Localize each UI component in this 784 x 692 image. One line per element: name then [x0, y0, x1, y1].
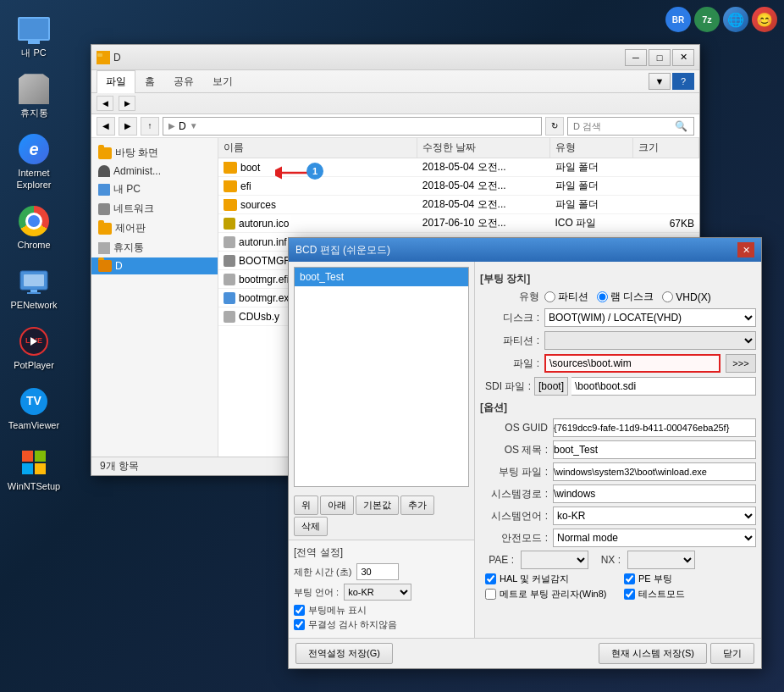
os-guid-input[interactable]: [553, 418, 756, 437]
boot-lang-row: 부팅 언어 : ko-KR: [294, 584, 469, 601]
sidebar-item-d[interactable]: D: [91, 257, 218, 274]
boot-lang-select[interactable]: ko-KR: [344, 584, 411, 601]
disk-label: 디스크 :: [480, 311, 539, 325]
sidebar-item-desktop[interactable]: 바탕 화면: [91, 143, 218, 163]
btn-delete[interactable]: 삭제: [294, 517, 328, 536]
tray-face-icon[interactable]: 😊: [752, 7, 777, 32]
file-list-header: 이름 수정한 날짜 유형 크기: [218, 138, 699, 158]
save-global-button[interactable]: 전역설정 저장(G): [295, 643, 393, 664]
sys-path-input[interactable]: [553, 484, 756, 503]
tray-br-icon[interactable]: BR: [665, 7, 691, 32]
pae-select[interactable]: [521, 551, 588, 569]
timeout-input[interactable]: [356, 563, 399, 580]
search-input[interactable]: [573, 121, 675, 131]
safe-mode-label: 안전모드 :: [480, 531, 548, 545]
ribbon-tab-view[interactable]: 보기: [203, 70, 242, 92]
nav-forward-button[interactable]: ▶: [119, 117, 137, 136]
safe-mode-select[interactable]: Normal mode: [553, 529, 756, 547]
radio-ramdisk-input[interactable]: [597, 291, 608, 302]
file-row-autorun-ico[interactable]: autorun.ico 2017-06-10 오전... ICO 파일 67KB: [218, 214, 699, 233]
dialog-close-btn[interactable]: 닫기: [710, 643, 754, 664]
ribbon-tab-file[interactable]: 파일: [97, 70, 135, 93]
dialog-close-button[interactable]: ✕: [737, 242, 754, 257]
nav-up-button[interactable]: ↑: [141, 117, 159, 136]
sidebar-item-network[interactable]: 네트워크: [91, 199, 218, 219]
save-system-button[interactable]: 현재 시스템 저장(S): [599, 643, 707, 664]
radio-ramdisk[interactable]: 램 디스크: [597, 290, 654, 304]
metro-checkbox[interactable]: [485, 589, 496, 600]
desktop-icon-potplayer[interactable]: LIVE PotPlayer: [4, 321, 63, 374]
partition-select[interactable]: [544, 331, 756, 350]
ribbon-tab-share[interactable]: 공유: [164, 70, 203, 92]
radio-vhd-input[interactable]: [662, 291, 673, 302]
disk-select[interactable]: BOOT(WIM) / LOCATE(VHD): [544, 308, 756, 327]
file-browse-button[interactable]: >>>: [726, 354, 756, 373]
ribbon: 파일 홈 공유 보기 ▼ ? ◀ ▶: [91, 70, 699, 114]
sdi-input[interactable]: [571, 377, 756, 396]
ribbon-help-button[interactable]: ?: [672, 73, 694, 90]
sidebar-item-admin[interactable]: Administ...: [91, 163, 218, 180]
file-row-sources[interactable]: sources 2018-05-04 오전... 파일 폴더: [218, 196, 699, 214]
file-input[interactable]: [544, 354, 721, 373]
person-icon: [98, 165, 110, 177]
sidebar-item-recycle[interactable]: 휴지통: [91, 238, 218, 257]
testmode-checkbox[interactable]: [624, 589, 635, 600]
btn-add[interactable]: 추가: [400, 495, 434, 515]
global-section-title: [전역 설정]: [294, 545, 469, 560]
svg-rect-12: [35, 463, 46, 474]
tray-7z-icon[interactable]: 7z: [694, 7, 720, 32]
ribbon-tab-home[interactable]: 홈: [135, 70, 164, 92]
integrity-check[interactable]: [294, 619, 305, 630]
col-header-date[interactable]: 수정한 날짜: [417, 138, 550, 158]
sidebar-item-control-panel[interactable]: 제어판: [91, 219, 218, 238]
sidebar-item-mypc[interactable]: 내 PC: [91, 180, 218, 199]
nx-select[interactable]: [627, 551, 695, 569]
os-title-input[interactable]: [553, 440, 756, 459]
desktop-icon-chrome[interactable]: Chrome: [4, 201, 63, 254]
col-header-type[interactable]: 유형: [550, 138, 633, 158]
minimize-button[interactable]: ─: [625, 49, 647, 66]
search-box[interactable]: 🔍: [567, 117, 694, 136]
desktop-icon-my-pc[interactable]: 내 PC: [4, 8, 63, 62]
folder-icon-cp: [98, 223, 112, 235]
desktop-icon-ie[interactable]: e Internet Explorer: [4, 129, 63, 193]
refresh-button[interactable]: ↻: [545, 117, 564, 136]
nav-back-button[interactable]: ◀: [97, 117, 115, 136]
radio-vhd[interactable]: VHD(X): [662, 291, 710, 303]
desktop-icon-winntsetup[interactable]: WinNTSetup: [4, 442, 63, 495]
desktop-icon-teamviewer[interactable]: TV TeamViewer: [4, 381, 63, 435]
boot-file-input[interactable]: [553, 462, 756, 481]
metro-check-item: 메트로 부팅 관리자(Win8): [485, 588, 617, 601]
ribbon-toggle-button[interactable]: ▼: [649, 73, 671, 90]
os-guid-row: OS GUID: [480, 418, 756, 437]
boot-entry-item[interactable]: boot_Test: [295, 268, 468, 286]
sidebar: 바탕 화면 Administ... 내 PC 네트워크 제어판 휴지통: [91, 138, 218, 457]
address-field[interactable]: ▶ D ▼: [163, 117, 542, 136]
boot-menu-check[interactable]: [294, 605, 305, 616]
btn-default[interactable]: 기본값: [356, 495, 399, 515]
desktop-icon-penet[interactable]: PENetwork: [4, 261, 63, 314]
address-bar: ◀ ▶ ↑ ▶ D ▼ ↻ 🔍: [91, 114, 699, 138]
title-folder-icon: [97, 51, 110, 64]
file-row-boot[interactable]: boot 2018-05-04 오전... 파일 폴더: [218, 158, 699, 177]
sys-lang-select[interactable]: ko-KR: [553, 507, 756, 525]
maximize-button[interactable]: □: [649, 49, 671, 66]
os-title-row: OS 제목 :: [480, 440, 756, 459]
pe-checkbox[interactable]: [624, 573, 635, 584]
desktop-icon-recycle[interactable]: 휴지통: [4, 69, 63, 122]
ribbon-forward-btn[interactable]: ▶: [119, 96, 135, 111]
btn-up[interactable]: 위: [294, 495, 318, 515]
radio-partition[interactable]: 파티션: [544, 290, 588, 304]
col-header-size[interactable]: 크기: [633, 138, 699, 158]
col-header-name[interactable]: 이름: [218, 138, 417, 158]
hal-checkbox[interactable]: [485, 573, 496, 584]
tray-globe-icon[interactable]: 🌐: [723, 7, 748, 32]
close-button[interactable]: ✕: [672, 49, 694, 66]
ribbon-back-btn[interactable]: ◀: [97, 96, 113, 111]
radio-partition-input[interactable]: [544, 291, 555, 302]
ribbon-content: ◀ ▶: [91, 93, 699, 113]
hal-label: HAL 및 커널감지: [500, 573, 569, 585]
file-name-autorun-ico: autorun.ico: [218, 218, 417, 230]
btn-down[interactable]: 아래: [320, 495, 354, 515]
file-row-efi[interactable]: efi 2018-05-04 오전... 파일 폴더: [218, 177, 699, 196]
